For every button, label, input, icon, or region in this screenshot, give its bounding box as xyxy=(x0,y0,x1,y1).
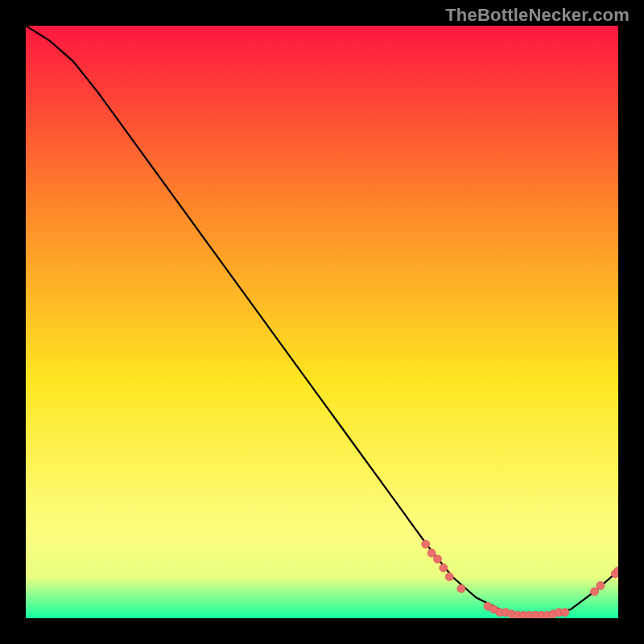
data-point xyxy=(427,549,436,557)
data-point xyxy=(597,582,605,590)
data-point xyxy=(457,584,465,592)
data-point xyxy=(591,588,599,596)
data-point xyxy=(440,564,448,572)
plot-area xyxy=(26,26,618,618)
data-point xyxy=(434,555,442,563)
data-point xyxy=(445,572,453,580)
chart-svg xyxy=(26,26,618,618)
data-point xyxy=(422,540,430,548)
chart-stage: TheBottleNecker.com xyxy=(0,0,644,644)
watermark-text: TheBottleNecker.com xyxy=(445,5,630,26)
data-point xyxy=(561,609,569,617)
